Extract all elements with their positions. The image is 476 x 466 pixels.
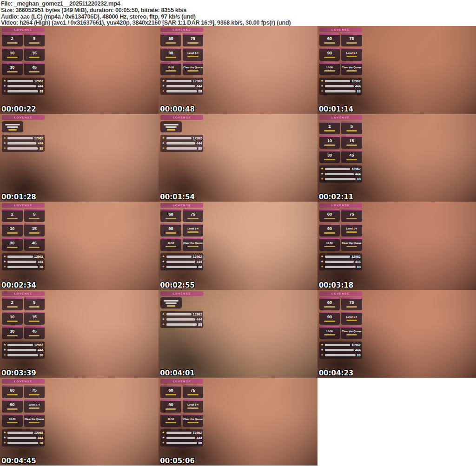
- tip-total-value: 12962: [193, 431, 202, 434]
- tip-amount-label: 10: [2, 51, 22, 55]
- leaderboard-row: ★12962: [3, 79, 43, 83]
- tip-total-value: 444: [197, 260, 202, 263]
- lovense-banner: LOVENSE: [2, 27, 45, 32]
- tip-menu-item: 10-50: [2, 414, 23, 427]
- tip-menu-item: 30: [2, 326, 23, 339]
- tip-menu-overlay: 2510153045: [319, 121, 362, 163]
- lovense-banner: LOVENSE: [2, 115, 45, 120]
- tip-amount-label: 5: [25, 300, 45, 305]
- stream-overlay: LOVENSE2510153045★12962★444★88: [2, 203, 45, 270]
- tip-amount-label: 10: [320, 138, 340, 143]
- tip-total-value: 12962: [34, 255, 43, 258]
- tip-menu-item: 75: [183, 209, 204, 222]
- tip-menu-item: 5: [24, 209, 45, 222]
- tip-total-value: 444: [355, 85, 361, 88]
- redacted-text-line: [7, 126, 18, 128]
- tip-range-bar: [29, 247, 40, 248]
- leaderboard-row: ★444: [162, 142, 202, 145]
- lovense-banner: LOVENSE: [160, 379, 203, 384]
- leaderboard-overlay: ★12962★444★88: [319, 253, 362, 270]
- tip-total-value: 444: [355, 348, 361, 352]
- tip-range-bar: [187, 218, 198, 219]
- stream-overlay: LOVENSE607590Level 1-410-50Clear the Que…: [319, 27, 362, 95]
- queue-notice-box: [160, 297, 182, 308]
- leaderboard-row: ★12962: [3, 255, 43, 258]
- leaderboard-row: ★444: [321, 172, 361, 176]
- tip-menu-item: 2: [2, 209, 23, 222]
- tip-range-bar: [29, 407, 40, 409]
- redacted-text-line: [165, 126, 177, 128]
- tip-range-bar: [29, 422, 40, 423]
- tip-total-value: 12962: [34, 431, 43, 434]
- leaderboard-row: ★88: [3, 441, 43, 445]
- tip-amount-label: Level 1-4: [342, 51, 362, 54]
- tip-total-value: 88: [198, 441, 202, 445]
- username-redacted: [325, 168, 350, 170]
- trophy-icon: ★: [162, 137, 165, 140]
- tip-amount-label: 45: [25, 241, 45, 245]
- timestamp-label: 00:01:14: [319, 105, 354, 113]
- tip-menu-overlay: 2510153045: [2, 209, 45, 251]
- username-redacted: [7, 137, 33, 139]
- tip-amount-label: 60: [161, 36, 181, 41]
- gold-token-bar: [167, 305, 175, 307]
- tip-amount-label: 15: [342, 138, 362, 143]
- tip-menu-item: Level 1-4: [24, 400, 45, 413]
- gold-token-bar: [8, 129, 17, 131]
- tip-total-value: 88: [40, 265, 43, 269]
- redacted-text-line: [5, 124, 20, 125]
- tip-menu-item: 2: [2, 297, 23, 310]
- timestamp-label: 00:02:11: [319, 193, 354, 201]
- tip-range-bar: [29, 218, 40, 219]
- username-redacted: [325, 256, 350, 258]
- tip-menu-item: 90: [160, 223, 181, 236]
- tip-range-bar: [7, 57, 18, 58]
- tip-amount-label: 30: [2, 329, 22, 334]
- tip-range-bar: [7, 232, 18, 234]
- tip-total-value: 12962: [351, 79, 360, 83]
- tip-range-bar: [324, 218, 335, 219]
- leaderboard-row: ★12962: [162, 137, 202, 140]
- trophy-icon: ★: [162, 79, 165, 83]
- tip-amount-label: 15: [25, 51, 45, 55]
- tip-range-bar: [165, 70, 176, 72]
- trophy-icon: ★: [3, 79, 6, 83]
- tip-menu-item: 10: [2, 48, 23, 61]
- trophy-icon: ★: [3, 147, 6, 150]
- tip-menu-item: Clear the Queue: [183, 238, 204, 251]
- leaderboard-row: ★444: [162, 260, 202, 263]
- tip-amount-label: 90: [2, 402, 22, 407]
- timestamp-label: 00:01:54: [160, 193, 195, 201]
- tip-amount-label: 75: [183, 36, 203, 41]
- leaderboard-overlay: ★12962★444★88: [160, 135, 203, 152]
- tip-menu-item: 2: [2, 33, 23, 46]
- tip-amount-label: 90: [161, 402, 181, 407]
- tip-total-value: 12962: [34, 137, 43, 140]
- stream-overlay: LOVENSE★12962★444★88: [2, 115, 45, 152]
- tip-range-bar: [346, 246, 357, 247]
- tip-menu-item: 15: [341, 136, 362, 149]
- queue-notice-box: [160, 121, 182, 132]
- leaderboard-overlay: ★12962★444★88: [160, 78, 203, 95]
- username-redacted: [325, 266, 356, 268]
- tip-range-bar: [165, 42, 176, 44]
- tip-total-value: 444: [197, 436, 202, 440]
- tip-range-bar: [324, 306, 335, 308]
- tip-range-bar: [346, 306, 357, 308]
- tip-menu-item: Level 1-4: [341, 48, 362, 61]
- leaderboard-row: ★88: [162, 441, 202, 445]
- tip-range-bar: [346, 70, 357, 72]
- leaderboard-overlay: ★12962★444★88: [160, 253, 203, 270]
- username-redacted: [7, 147, 38, 150]
- tip-menu-item: 30: [319, 150, 340, 163]
- trophy-icon: ★: [162, 431, 165, 434]
- tip-range-bar: [187, 70, 198, 72]
- tip-menu-item: Clear the Queue: [183, 62, 204, 75]
- lovense-banner: LOVENSE: [160, 115, 203, 120]
- tip-amount-label: Level 1-4: [183, 402, 203, 406]
- timestamp-label: 00:04:01: [160, 369, 195, 377]
- leaderboard-row: ★444: [162, 85, 202, 88]
- username-redacted: [166, 137, 192, 139]
- username-redacted: [7, 142, 36, 144]
- tip-menu-item: 60: [160, 33, 181, 46]
